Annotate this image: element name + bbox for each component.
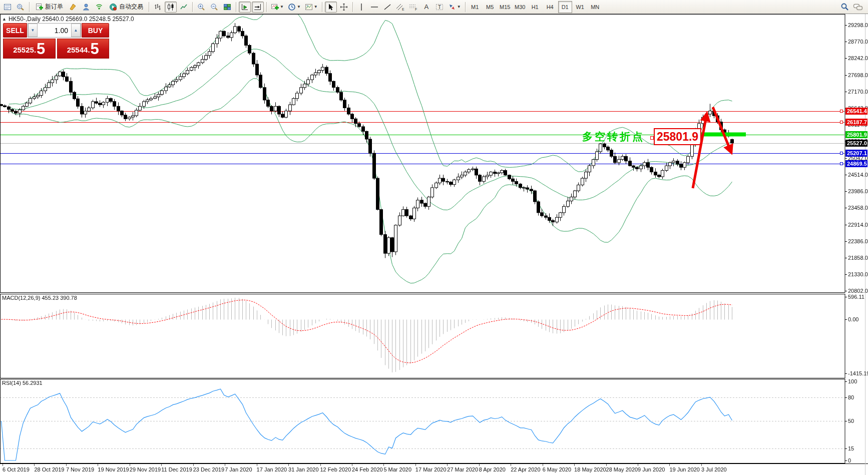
date-axis-label: 6 May 2020 — [543, 466, 571, 472]
new-order-label: 新订单 — [45, 3, 63, 11]
horizontal-line-button[interactable] — [368, 2, 380, 13]
turning-point-price-box[interactable]: 25801.9 — [654, 128, 701, 145]
timeframe-button-m5[interactable]: M5 — [483, 1, 497, 13]
signals-button[interactable] — [93, 2, 105, 13]
chart-shift-icon — [254, 3, 262, 11]
timeframe-button-h1[interactable]: H1 — [528, 1, 542, 13]
charts-list-button[interactable] — [2, 2, 14, 13]
date-axis-label: 31 Jan 2020 — [288, 466, 319, 472]
templates-button[interactable]: ▼ — [303, 2, 319, 13]
timeframe-group: M1M5M15M30H1H4D1W1MN — [468, 1, 603, 13]
auto-scroll-icon — [241, 3, 249, 11]
crosshair-button[interactable] — [338, 2, 350, 13]
trendline-button[interactable] — [381, 2, 393, 13]
price-tick-label: 27170.0 — [848, 89, 868, 95]
person-icon — [82, 3, 90, 11]
volume-increase-button[interactable]: ▲ — [71, 24, 81, 37]
sell-price-main: 25525 — [13, 44, 34, 57]
date-axis-label: 8 Apr 2020 — [479, 466, 506, 472]
profiles-button[interactable] — [15, 2, 27, 13]
tile-windows-icon — [223, 3, 231, 11]
tile-windows-button[interactable] — [221, 2, 233, 13]
zoom-in-icon — [197, 3, 205, 11]
zoom-out-button[interactable] — [208, 2, 220, 13]
price-level-tag: 26187.7 — [845, 119, 867, 126]
macd-tick-label: -1415.19 — [848, 370, 868, 376]
sell-price-panel[interactable]: 25525.5 — [3, 39, 56, 59]
candlestick-chart-button[interactable] — [165, 2, 177, 13]
community-button[interactable] — [80, 2, 92, 13]
date-axis-label: 9 Jun 2020 — [638, 466, 665, 472]
periods-button[interactable]: ▼ — [286, 2, 302, 13]
chart-area: ▲ HK50-,Daily 25640.0 25669.0 25248.5 25… — [0, 14, 868, 475]
toolbar-right-group — [838, 2, 865, 13]
chart-shift-button[interactable] — [252, 2, 264, 13]
date-axis-label: 28 Oct 2019 — [34, 466, 64, 472]
rsi-tick-label: 0 — [848, 457, 851, 463]
timeframe-button-m30[interactable]: M30 — [513, 1, 527, 13]
autotrading-label: 自动交易 — [119, 3, 143, 11]
text-label-button[interactable]: T — [433, 2, 446, 13]
buy-price-frac: 5 — [91, 41, 99, 57]
vertical-line-button[interactable] — [355, 2, 367, 13]
price-level-tag: 26541.4 — [845, 108, 867, 115]
date-axis-label: 28 May 2020 — [606, 466, 638, 472]
buy-price-panel[interactable]: 25544.5 — [57, 39, 110, 59]
timeframe-button-m15[interactable]: M15 — [498, 1, 512, 13]
indicators-button[interactable]: ▼ — [269, 2, 285, 13]
buy-button[interactable]: BUY — [82, 23, 109, 38]
equidistant-channel-button[interactable]: E — [394, 2, 406, 13]
volume-input[interactable] — [38, 24, 71, 37]
line-chart-button[interactable] — [178, 2, 190, 13]
new-order-icon — [35, 3, 43, 11]
text-button[interactable]: A — [420, 2, 432, 13]
timeframe-button-mn[interactable]: MN — [588, 1, 602, 13]
date-axis-label: 19 Nov 2019 — [98, 466, 129, 472]
chart-title: HK50-,Daily 25640.0 25669.0 25248.5 2552… — [9, 16, 134, 23]
volume-decrease-button[interactable]: ▼ — [28, 24, 38, 37]
profile-search-icon — [16, 3, 25, 11]
price-tick-label: 22386.0 — [848, 238, 868, 244]
timeframe-button-h4[interactable]: H4 — [543, 1, 557, 13]
cursor-icon — [327, 3, 335, 11]
clock-icon — [288, 3, 296, 11]
timeframe-button-d1[interactable]: D1 — [558, 1, 572, 13]
date-axis-label: 29 Nov 2019 — [130, 466, 161, 472]
timeframe-button-m1[interactable]: M1 — [468, 1, 482, 13]
turning-point-annotation[interactable]: 多空转折点 — [582, 130, 645, 144]
toolbar-separator — [322, 2, 322, 12]
date-axis-label: 27 Mar 2020 — [447, 466, 478, 472]
styler-button[interactable] — [67, 2, 79, 13]
price-tick-label: 21330.0 — [848, 271, 868, 277]
dropdown-arrow-icon: ▼ — [297, 5, 301, 9]
text-label-icon: T — [435, 3, 444, 11]
bar-chart-button[interactable] — [152, 2, 164, 13]
chat-bubbles-icon — [853, 3, 863, 11]
new-order-button[interactable]: 新订单 — [32, 2, 66, 13]
chat-button[interactable] — [851, 2, 864, 13]
crayon-icon — [69, 3, 77, 11]
price-level-tag: 25207.1 — [845, 150, 867, 157]
price-tick-label: 29298.0 — [848, 22, 868, 28]
cursor-button[interactable] — [325, 2, 337, 13]
auto-scroll-button[interactable] — [239, 2, 251, 13]
chart-title-bar: ▲ HK50-,Daily 25640.0 25669.0 25248.5 25… — [2, 16, 134, 23]
one-click-collapse-toggle[interactable]: ▲ — [2, 17, 7, 22]
zoom-in-button[interactable] — [195, 2, 207, 13]
autotrading-button[interactable]: 自动交易 — [106, 2, 146, 13]
shapes-button[interactable]: ▼ — [447, 2, 463, 13]
sell-button[interactable]: SELL — [3, 23, 27, 38]
price-tick-label: 20802.0 — [848, 288, 868, 294]
bar-chart-icon — [154, 3, 162, 11]
indicators-icon — [271, 3, 279, 11]
price-tick-label: 22914.0 — [848, 222, 868, 228]
date-axis-label: 23 Dec 2019 — [193, 466, 224, 472]
dropdown-arrow-icon: ▼ — [457, 5, 461, 9]
date-axis-label: 18 May 2020 — [574, 466, 606, 472]
fibonacci-button[interactable]: F — [407, 2, 419, 13]
date-axis-label: 22 Apr 2020 — [511, 466, 540, 472]
zoom-out-icon — [210, 3, 218, 11]
timeframe-button-w1[interactable]: W1 — [573, 1, 587, 13]
search-button[interactable] — [838, 2, 850, 13]
price-chart-canvas[interactable] — [0, 0, 868, 475]
